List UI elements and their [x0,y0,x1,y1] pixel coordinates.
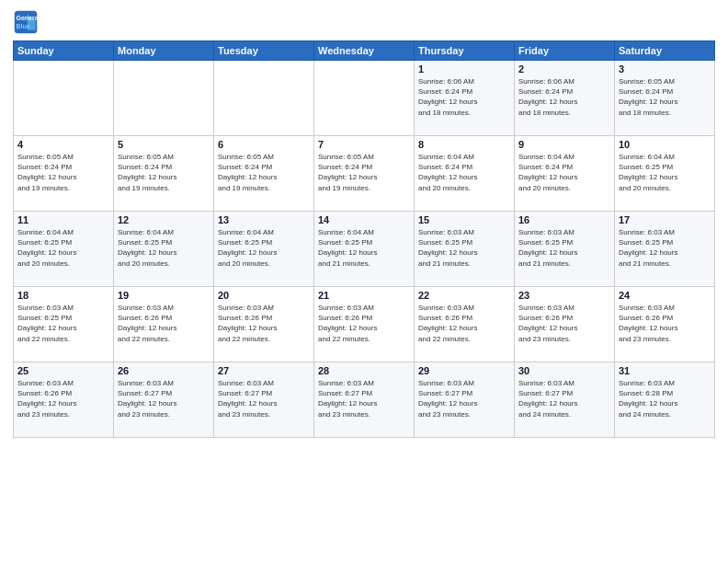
page: General Blue SundayMondayTuesdayWednesda… [0,0,728,563]
calendar-body: 1Sunrise: 6:06 AM Sunset: 6:24 PM Daylig… [14,61,715,438]
weekday-header-saturday: Saturday [615,41,715,61]
calendar-week-2: 4Sunrise: 6:05 AM Sunset: 6:24 PM Daylig… [14,136,715,212]
calendar-cell: 16Sunrise: 6:03 AM Sunset: 6:25 PM Dayli… [515,212,615,287]
calendar-cell [214,61,314,136]
day-number: 28 [318,365,410,376]
weekday-header-wednesday: Wednesday [314,41,415,61]
calendar-cell: 8Sunrise: 6:04 AM Sunset: 6:24 PM Daylig… [415,136,515,212]
day-info: Sunrise: 6:03 AM Sunset: 6:25 PM Dayligh… [518,227,610,269]
day-number: 30 [518,365,610,376]
weekday-header-tuesday: Tuesday [214,41,314,61]
calendar-cell: 7Sunrise: 6:05 AM Sunset: 6:24 PM Daylig… [314,136,415,212]
day-info: Sunrise: 6:06 AM Sunset: 6:24 PM Dayligh… [418,76,510,118]
day-info: Sunrise: 6:06 AM Sunset: 6:24 PM Dayligh… [518,76,610,118]
calendar-cell: 14Sunrise: 6:04 AM Sunset: 6:25 PM Dayli… [314,212,415,287]
weekday-header-sunday: Sunday [14,41,114,61]
calendar-cell: 15Sunrise: 6:03 AM Sunset: 6:25 PM Dayli… [415,212,515,287]
calendar-cell: 25Sunrise: 6:03 AM Sunset: 6:26 PM Dayli… [14,362,114,438]
calendar-cell [314,61,415,136]
day-number: 25 [17,365,109,376]
day-number: 9 [518,139,610,150]
day-info: Sunrise: 6:04 AM Sunset: 6:25 PM Dayligh… [218,227,310,269]
day-info: Sunrise: 6:04 AM Sunset: 6:25 PM Dayligh… [17,227,109,269]
calendar-cell: 1Sunrise: 6:06 AM Sunset: 6:24 PM Daylig… [415,61,515,136]
day-info: Sunrise: 6:04 AM Sunset: 6:25 PM Dayligh… [619,152,711,193]
day-info: Sunrise: 6:03 AM Sunset: 6:26 PM Dayligh… [318,303,410,344]
weekday-header-row: SundayMondayTuesdayWednesdayThursdayFrid… [14,41,715,61]
day-info: Sunrise: 6:03 AM Sunset: 6:27 PM Dayligh… [518,378,610,419]
day-number: 7 [318,139,410,150]
day-number: 31 [619,365,711,376]
day-info: Sunrise: 6:03 AM Sunset: 6:26 PM Dayligh… [418,303,510,344]
day-number: 3 [619,63,711,75]
calendar-cell [114,61,214,136]
day-number: 17 [619,214,711,225]
day-info: Sunrise: 6:03 AM Sunset: 6:26 PM Dayligh… [218,303,310,344]
day-info: Sunrise: 6:04 AM Sunset: 6:24 PM Dayligh… [418,152,510,193]
day-number: 19 [118,290,210,301]
day-info: Sunrise: 6:04 AM Sunset: 6:25 PM Dayligh… [318,227,410,269]
calendar-cell: 17Sunrise: 6:03 AM Sunset: 6:25 PM Dayli… [615,212,715,287]
day-number: 29 [418,365,510,376]
calendar-cell: 30Sunrise: 6:03 AM Sunset: 6:27 PM Dayli… [515,362,615,438]
calendar-cell: 9Sunrise: 6:04 AM Sunset: 6:24 PM Daylig… [515,136,615,212]
calendar-week-3: 11Sunrise: 6:04 AM Sunset: 6:25 PM Dayli… [14,212,715,287]
day-info: Sunrise: 6:03 AM Sunset: 6:25 PM Dayligh… [619,227,711,269]
calendar-cell: 28Sunrise: 6:03 AM Sunset: 6:27 PM Dayli… [314,362,415,438]
calendar-header: SundayMondayTuesdayWednesdayThursdayFrid… [14,41,715,61]
calendar-cell: 29Sunrise: 6:03 AM Sunset: 6:27 PM Dayli… [415,362,515,438]
day-number: 22 [418,290,510,301]
day-number: 23 [518,290,610,301]
day-number: 21 [318,290,410,301]
day-info: Sunrise: 6:03 AM Sunset: 6:26 PM Dayligh… [17,378,109,419]
weekday-header-friday: Friday [515,41,615,61]
day-number: 27 [218,365,310,376]
svg-text:General: General [17,15,40,21]
day-info: Sunrise: 6:03 AM Sunset: 6:26 PM Dayligh… [118,303,210,344]
day-info: Sunrise: 6:03 AM Sunset: 6:27 PM Dayligh… [318,378,410,419]
calendar-cell: 27Sunrise: 6:03 AM Sunset: 6:27 PM Dayli… [214,362,314,438]
day-info: Sunrise: 6:05 AM Sunset: 6:24 PM Dayligh… [17,152,109,193]
day-info: Sunrise: 6:03 AM Sunset: 6:27 PM Dayligh… [118,378,210,419]
day-number: 26 [118,365,210,376]
calendar-cell: 10Sunrise: 6:04 AM Sunset: 6:25 PM Dayli… [615,136,715,212]
calendar-cell: 2Sunrise: 6:06 AM Sunset: 6:24 PM Daylig… [515,61,615,136]
day-info: Sunrise: 6:04 AM Sunset: 6:24 PM Dayligh… [518,152,610,193]
calendar-week-1: 1Sunrise: 6:06 AM Sunset: 6:24 PM Daylig… [14,61,715,136]
weekday-header-thursday: Thursday [415,41,515,61]
day-number: 6 [218,139,310,150]
day-info: Sunrise: 6:05 AM Sunset: 6:24 PM Dayligh… [218,152,310,193]
calendar-cell: 12Sunrise: 6:04 AM Sunset: 6:25 PM Dayli… [114,212,214,287]
day-number: 13 [218,214,310,225]
day-number: 14 [318,214,410,225]
calendar-cell: 20Sunrise: 6:03 AM Sunset: 6:26 PM Dayli… [214,287,314,362]
day-info: Sunrise: 6:05 AM Sunset: 6:24 PM Dayligh… [318,152,410,193]
calendar-cell: 18Sunrise: 6:03 AM Sunset: 6:25 PM Dayli… [14,287,114,362]
calendar-table: SundayMondayTuesdayWednesdayThursdayFrid… [13,40,715,438]
calendar-cell [14,61,114,136]
day-number: 1 [418,63,510,75]
calendar-cell: 3Sunrise: 6:05 AM Sunset: 6:24 PM Daylig… [615,61,715,136]
day-info: Sunrise: 6:03 AM Sunset: 6:27 PM Dayligh… [418,378,510,419]
day-number: 11 [17,214,109,225]
day-info: Sunrise: 6:05 AM Sunset: 6:24 PM Dayligh… [118,152,210,193]
calendar-cell: 6Sunrise: 6:05 AM Sunset: 6:24 PM Daylig… [214,136,314,212]
day-info: Sunrise: 6:03 AM Sunset: 6:26 PM Dayligh… [518,303,610,344]
day-number: 18 [17,290,109,301]
calendar-cell: 23Sunrise: 6:03 AM Sunset: 6:26 PM Dayli… [515,287,615,362]
day-number: 15 [418,214,510,225]
logo-icon: General Blue [13,9,39,35]
calendar-cell: 24Sunrise: 6:03 AM Sunset: 6:26 PM Dayli… [615,287,715,362]
day-number: 10 [619,139,711,150]
header: General Blue [13,9,715,35]
calendar-cell: 22Sunrise: 6:03 AM Sunset: 6:26 PM Dayli… [415,287,515,362]
day-number: 20 [218,290,310,301]
calendar-cell: 13Sunrise: 6:04 AM Sunset: 6:25 PM Dayli… [214,212,314,287]
day-info: Sunrise: 6:03 AM Sunset: 6:25 PM Dayligh… [17,303,109,344]
day-number: 2 [518,63,610,75]
day-number: 8 [418,139,510,150]
calendar-cell: 5Sunrise: 6:05 AM Sunset: 6:24 PM Daylig… [114,136,214,212]
weekday-header-monday: Monday [114,41,214,61]
svg-text:Blue: Blue [17,23,30,29]
day-number: 4 [17,139,109,150]
